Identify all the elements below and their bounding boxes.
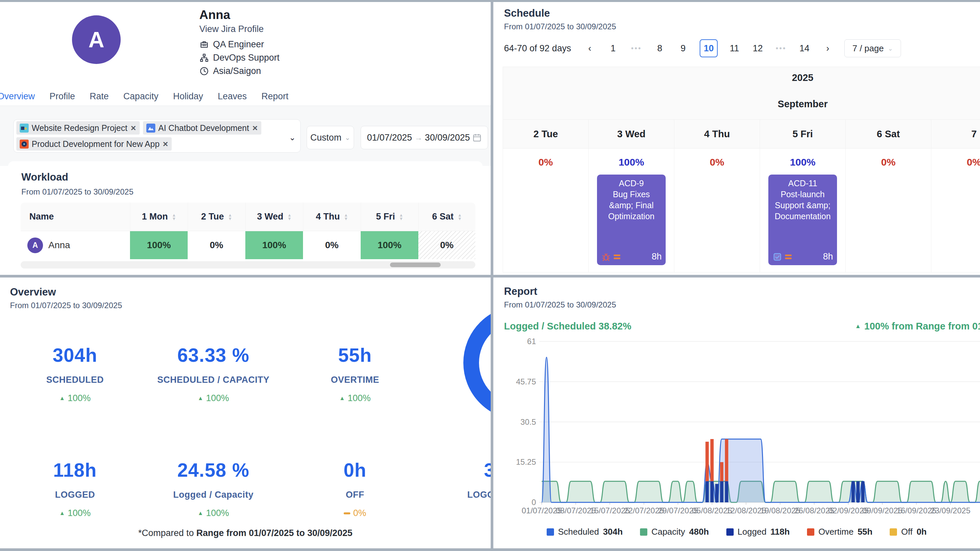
stat-delta-value: 100% <box>348 393 371 403</box>
column-header-1-mon[interactable]: 1 Mon▲▼ <box>130 203 188 231</box>
remove-chip-icon[interactable]: ✕ <box>252 125 258 132</box>
task-card-acd-9[interactable]: ACD-9Bug Fixes &amp; Final Optimization8… <box>597 175 666 265</box>
project-chip[interactable]: AI Chatbot Development✕ <box>143 121 261 135</box>
tab-leaves[interactable]: Leaves <box>218 91 247 102</box>
svg-text:0: 0 <box>532 498 536 507</box>
workload-subtitle: From 01/07/2025 to 30/09/2025 <box>21 187 133 197</box>
website-redesign-project-icon <box>20 124 29 133</box>
stat-logged-capacity: 24.58 %Logged / Capacity▲100% <box>142 459 285 518</box>
pagination-summary: 64-70 of 92 days <box>504 43 571 54</box>
svg-text:45.75: 45.75 <box>516 377 536 386</box>
horizontal-scrollbar[interactable] <box>21 261 475 268</box>
remove-chip-icon[interactable]: ✕ <box>130 125 136 132</box>
date-range-picker[interactable]: 01/07/2025 → 30/09/2025 <box>361 126 488 149</box>
pagination-page-14[interactable]: 14 <box>798 39 811 57</box>
end-date-value[interactable]: 30/09/2025 <box>425 133 470 143</box>
chart-legend: Scheduled304hCapacity480hLogged118hOvert… <box>493 527 980 537</box>
trend-up-icon: ▲ <box>855 323 861 330</box>
tab-profile[interactable]: Profile <box>50 91 75 102</box>
column-header-2-tue[interactable]: 2 Tue▲▼ <box>188 203 245 231</box>
workload-cell: 0% <box>303 231 361 259</box>
project-chip-label: Product Development for New App <box>32 139 160 149</box>
pagination-page-1[interactable]: 1 <box>606 39 620 57</box>
column-header-3-wed[interactable]: 3 Wed▲▼ <box>245 203 303 231</box>
workload-title: Workload <box>21 171 68 183</box>
profile-field: Asia/Saigon <box>199 66 280 76</box>
task-card-acd-11[interactable]: ACD-11Post-launch Support &amp; Document… <box>768 175 837 265</box>
profile-field: QA Engineer <box>199 39 280 50</box>
calendar-year: 2025 <box>503 67 980 89</box>
task-key: ACD-11 <box>772 179 834 188</box>
avatar: A <box>72 15 121 64</box>
project-filter-multiselect[interactable]: Website Redesign Project✕⌄ AI Chatbot De… <box>13 119 301 152</box>
report-panel: Report From 01/07/2025 to 30/09/2025 Log… <box>493 278 980 548</box>
day-percent: 100% <box>790 157 816 168</box>
remove-chip-icon[interactable]: ✕ <box>163 141 169 148</box>
legend-swatch <box>726 528 733 536</box>
sort-icon: ▲▼ <box>458 213 462 221</box>
column-header-label: 3 Wed <box>257 211 283 222</box>
calendar-month: September <box>503 89 980 119</box>
tab-report[interactable]: Report <box>261 91 288 102</box>
calendar-icon <box>473 133 482 142</box>
arrow-right-icon: → <box>414 133 422 142</box>
column-header-4-thu[interactable]: 4 Thu▲▼ <box>303 203 361 231</box>
overview-panel: Overview From 01/07/2025 to 30/09/2025 3… <box>0 278 491 548</box>
workload-cell: 100% <box>130 231 188 259</box>
page-size-select[interactable]: 7 / page⌄ <box>844 39 901 57</box>
stat-delta: ▲100% <box>142 508 285 518</box>
range-type-select[interactable]: Custom ⌄ <box>307 126 354 149</box>
project-chip[interactable]: Website Redesign Project✕ <box>16 121 140 135</box>
pagination-page-11[interactable]: 11 <box>728 39 741 57</box>
workload-cell: 100% <box>361 231 418 259</box>
column-header-5-fri[interactable]: 5 Fri▲▼ <box>361 203 418 231</box>
profile-fields: QA EngineerDevOps SupportAsia/Saigon <box>199 39 280 76</box>
stat-delta: ▲100% <box>283 393 427 403</box>
chevron-down-icon[interactable]: ⌄ <box>289 133 296 142</box>
view-jira-profile-link[interactable]: View Jira Profile <box>199 24 264 34</box>
column-header-6-sat[interactable]: 6 Sat▲▼ <box>418 203 475 231</box>
legend-label: Overtime <box>818 527 853 537</box>
comparison-footnote: *Compared to Range from 01/07/2025 to 30… <box>0 528 491 538</box>
tab-rate[interactable]: Rate <box>90 91 109 102</box>
pagination-next[interactable]: › <box>821 39 834 57</box>
task-hours: 8h <box>652 251 662 262</box>
stat-delta-value: 0% <box>353 508 366 518</box>
avatar: A <box>27 238 43 253</box>
legend-label: Scheduled <box>558 527 599 537</box>
stat-scheduled: 304hSCHEDULED▲100% <box>3 344 147 403</box>
project-chip[interactable]: Product Development for New App✕ <box>16 137 172 151</box>
pagination-page-8[interactable]: 8 <box>653 39 667 57</box>
pagination-ellipsis: ••• <box>630 39 643 57</box>
pagination-page-12[interactable]: 12 <box>751 39 764 57</box>
tab-capacity[interactable]: Capacity <box>123 91 158 102</box>
profile-field-label: Asia/Saigon <box>213 66 261 76</box>
trend-up-icon: ▲ <box>339 395 345 402</box>
report-area-chart: 015.2530.545.756101/07/202508/07/202515/… <box>513 337 980 524</box>
start-date-value[interactable]: 01/07/2025 <box>367 133 412 143</box>
member-name: Anna <box>48 240 70 251</box>
legend-value: 480h <box>689 527 709 537</box>
project-chip-label: AI Chatbot Development <box>158 123 249 133</box>
pagination-prev[interactable]: ‹ <box>583 39 597 57</box>
task-title: Post-launch Support &amp; Documentation <box>772 189 834 222</box>
task-key: ACD-9 <box>600 179 662 188</box>
report-subtitle: From 01/07/2025 to 30/09/2025 <box>504 300 616 310</box>
calendar-body: 0%100%ACD-9Bug Fixes &amp; Final Optimiz… <box>503 149 980 273</box>
range-type-value: Custom <box>310 133 341 143</box>
tab-overview[interactable]: Overview <box>0 91 35 102</box>
scrollbar-thumb[interactable] <box>390 262 441 267</box>
task-icon <box>772 252 782 262</box>
schedule-subtitle: From 01/07/2025 to 30/09/2025 <box>504 22 616 31</box>
day-percent: 0% <box>967 157 980 168</box>
pagination-page-9[interactable]: 9 <box>676 39 690 57</box>
day-percent: 0% <box>881 157 895 168</box>
report-delta: ▲ 100% from Range from 01/07/2025 to <box>855 321 980 332</box>
tab-holiday[interactable]: Holiday <box>173 91 203 102</box>
calendar-day-header: 7 <box>931 119 980 149</box>
pagination-page-10[interactable]: 10 <box>700 39 718 57</box>
column-header-label: 4 Thu <box>316 211 340 222</box>
stat-off: 0hOFF0% <box>283 459 427 518</box>
legend-item-off: Off0h <box>890 527 927 537</box>
schedule-title: Schedule <box>504 7 550 19</box>
